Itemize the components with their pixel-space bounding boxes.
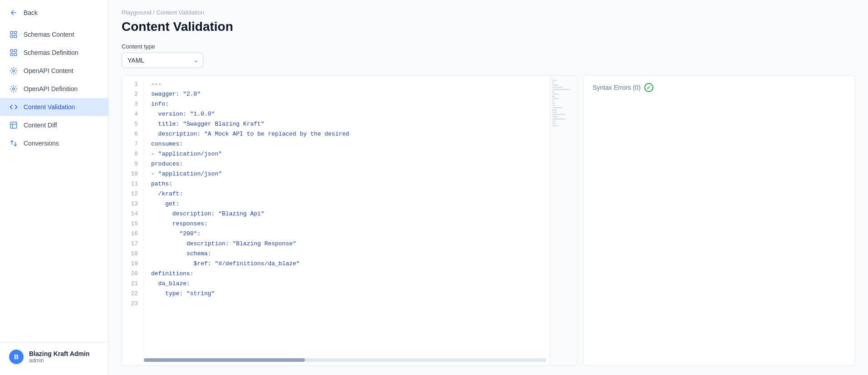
- code-line: "200":: [151, 229, 570, 239]
- code-line: get:: [151, 199, 570, 209]
- sidebar-item-openapi-content[interactable]: OpenAPI Content: [0, 62, 108, 80]
- code-line: consumes:: [151, 139, 570, 149]
- errors-panel: Syntax Errors (0) ✓: [583, 75, 855, 366]
- line-number: 10: [128, 169, 138, 179]
- svg-rect-4: [10, 49, 13, 52]
- sidebar-item-content-validation[interactable]: Content Validation: [0, 98, 108, 116]
- code-line: da_blaze:: [151, 279, 570, 289]
- minimap-line: [552, 89, 570, 90]
- sidebar-item-label: Schemas Content: [24, 31, 74, 38]
- line-number: 7: [128, 139, 138, 149]
- code-line: - "application/json": [151, 149, 570, 159]
- svg-rect-7: [15, 54, 17, 56]
- code-line: [151, 299, 570, 309]
- svg-point-8: [13, 70, 15, 72]
- svg-rect-5: [15, 49, 17, 52]
- minimap-line: [552, 123, 556, 124]
- sidebar-item-openapi-definition[interactable]: OpenAPI Definition: [0, 80, 108, 98]
- line-number: 5: [128, 119, 138, 129]
- minimap-line: [552, 87, 562, 88]
- sidebar-item-label: Content Validation: [24, 103, 75, 111]
- minimap-line: [552, 112, 557, 113]
- content-type-select[interactable]: YAML JSON: [122, 53, 203, 68]
- svg-point-9: [13, 88, 15, 90]
- line-number: 12: [128, 189, 138, 199]
- sidebar-item-schemas-content[interactable]: Schemas Content: [0, 25, 108, 44]
- line-number: 17: [128, 239, 138, 249]
- line-number: 1: [128, 79, 138, 89]
- sidebar-item-label: OpenAPI Content: [24, 67, 74, 74]
- minimap-line: [552, 98, 559, 99]
- line-number: 11: [128, 179, 138, 189]
- code-line: ---: [151, 79, 570, 89]
- minimap-line: [552, 78, 553, 79]
- line-number: 21: [128, 279, 138, 289]
- user-profile: B Blazing Kraft Admin admin: [0, 342, 108, 371]
- code-line: info:: [151, 99, 570, 109]
- line-number: 3: [128, 99, 138, 109]
- schemas-definition-icon: [9, 48, 18, 57]
- minimap-line: [552, 109, 557, 111]
- sidebar: Back Schemas Content Schemas Definition: [0, 0, 109, 375]
- code-line: type: "string": [151, 289, 570, 299]
- code-line: description: "Blazing Api": [151, 209, 570, 219]
- code-editor[interactable]: 1234567891011121314151617181920212223 --…: [122, 76, 577, 365]
- check-icon: ✓: [644, 83, 653, 92]
- minimap-line: [552, 118, 565, 120]
- content-type-label: Content type: [122, 43, 855, 50]
- user-name: Blazing Kraft Admin: [29, 350, 89, 357]
- line-number: 16: [128, 229, 138, 239]
- sidebar-item-label: OpenAPI Definition: [24, 85, 78, 93]
- openapi-definition-icon: [9, 84, 18, 93]
- minimap-line: [552, 116, 558, 117]
- code-editor-panel: 1234567891011121314151617181920212223 --…: [122, 75, 578, 366]
- code-line: - "application/json": [151, 169, 570, 179]
- code-line: description: "Blazing Response": [151, 239, 570, 249]
- minimap-line: [552, 84, 558, 86]
- svg-rect-6: [10, 54, 13, 56]
- minimap-line: [552, 80, 557, 81]
- code-line: /kraft:: [151, 189, 570, 199]
- code-line: swagger: "2.0": [151, 89, 570, 99]
- line-number: 13: [128, 199, 138, 209]
- horizontal-scrollbar[interactable]: [144, 358, 546, 362]
- minimap-line: [552, 91, 555, 93]
- panels: 1234567891011121314151617181920212223 --…: [122, 75, 855, 366]
- page-title: Content Validation: [122, 19, 855, 34]
- code-line: responses:: [151, 219, 570, 229]
- line-number: 8: [128, 149, 138, 159]
- user-info: Blazing Kraft Admin admin: [29, 350, 89, 364]
- errors-header: Syntax Errors (0) ✓: [593, 83, 846, 92]
- svg-rect-1: [15, 31, 17, 34]
- avatar: B: [9, 350, 24, 364]
- line-number: 2: [128, 89, 138, 99]
- back-label: Back: [24, 9, 38, 16]
- content-type-select-wrapper: YAML JSON: [122, 53, 203, 68]
- code-line: version: "1.0.0": [151, 109, 570, 119]
- content-diff-icon: [9, 121, 18, 130]
- scroll-thumb[interactable]: [144, 358, 305, 362]
- minimap-line: [552, 107, 562, 108]
- code-lines[interactable]: ---swagger: "2.0"info: version: "1.0.0" …: [144, 79, 577, 362]
- minimap-line: [552, 100, 554, 102]
- line-number: 6: [128, 129, 138, 139]
- sidebar-item-schemas-definition[interactable]: Schemas Definition: [0, 44, 108, 62]
- content-validation-icon: [9, 102, 18, 112]
- minimap-line: [552, 93, 559, 95]
- line-number: 19: [128, 259, 138, 269]
- code-line: description: "A Mock API to be replaced …: [151, 129, 570, 139]
- line-number: 9: [128, 159, 138, 169]
- minimap: [550, 76, 577, 365]
- sidebar-item-content-diff[interactable]: Content Diff: [0, 116, 108, 134]
- minimap-line: [552, 114, 565, 115]
- syntax-errors-label: Syntax Errors (0): [593, 84, 641, 91]
- sidebar-item-back[interactable]: Back: [0, 4, 108, 22]
- line-number: 18: [128, 249, 138, 259]
- main-content: Playground / Content Validation Content …: [109, 0, 868, 375]
- minimap-line: [552, 121, 556, 122]
- svg-rect-0: [10, 31, 13, 34]
- svg-rect-3: [15, 35, 17, 38]
- code-line: schema:: [151, 249, 570, 259]
- sidebar-item-conversions[interactable]: Conversions: [0, 134, 108, 152]
- line-number: 20: [128, 269, 138, 279]
